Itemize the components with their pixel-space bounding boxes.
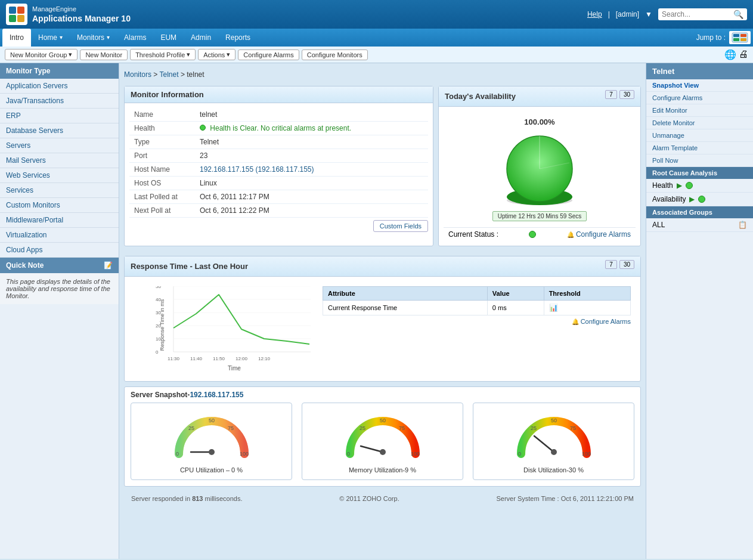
health-status-circle (686, 182, 693, 189)
sidebar-item-mail-servers[interactable]: Mail Servers (0, 153, 119, 168)
availability-arrow-icon[interactable]: ▶ (689, 195, 695, 203)
new-monitor-button[interactable]: New Monitor (80, 49, 128, 60)
search-button[interactable]: 🔍 (733, 10, 743, 19)
new-monitor-group-dropdown[interactable]: ▾ (69, 51, 72, 58)
custom-fields-button[interactable]: Custom Fields (373, 220, 428, 232)
home-dropdown-icon[interactable]: ▾ (60, 29, 63, 47)
poll-now-right-link[interactable]: Poll Now (646, 154, 753, 167)
nav-item-reports[interactable]: Reports (218, 29, 258, 47)
field-value-nextpoll: Oct 6, 2011 12:22 PM (195, 204, 428, 218)
threshold-profile-button[interactable]: Threshold Profile ▾ (130, 49, 196, 60)
svg-text:75: 75 (399, 425, 405, 431)
avail-btn-30[interactable]: 30 (619, 90, 634, 99)
field-label-hostos: Host OS (129, 177, 195, 190)
configure-alarms-link-row: 🔔 Configure Alarms (323, 318, 631, 325)
nav-item-eum[interactable]: EUM (153, 29, 184, 47)
threshold-icon[interactable]: 📊 (549, 304, 558, 312)
actions-dropdown[interactable]: ▾ (227, 51, 230, 58)
jump-to-icon[interactable] (729, 31, 751, 44)
quick-note-edit-icon[interactable]: 📝 (104, 261, 113, 270)
nav-bar: Intro Home ▾ Monitors ▾ Alarms EUM Admin… (0, 29, 753, 47)
jump-to: Jump to : (696, 31, 751, 44)
toolbar-icon-1[interactable]: 🌐 (724, 49, 736, 60)
svg-text:50: 50 (156, 286, 161, 289)
admin-dropdown-icon[interactable]: ▼ (645, 10, 652, 18)
response-btn-30[interactable]: 30 (619, 260, 634, 269)
configure-alarms-right-link[interactable]: Configure Alarms (646, 92, 753, 104)
sidebar-item-services[interactable]: Services (0, 183, 119, 198)
field-value-type: Telnet (195, 135, 428, 149)
sidebar-item-web-services[interactable]: Web Services (0, 168, 119, 183)
configure-alarms-response-link[interactable]: Configure Alarms (581, 318, 631, 325)
quick-note-body: This page displays the details of the av… (0, 273, 119, 304)
health-label: Health (652, 181, 673, 190)
svg-text:0: 0 (347, 451, 350, 457)
response-btn-7[interactable]: 7 (605, 260, 617, 269)
configure-alarms-toolbar-button[interactable]: Configure Alarms (238, 49, 299, 60)
monitor-info-header: Monitor Information (125, 86, 433, 103)
sidebar-item-erp[interactable]: ERP (0, 109, 119, 123)
cpu-needle-center (209, 449, 215, 455)
alarm-template-right-link[interactable]: Alarm Template (646, 142, 753, 154)
memory-gauge-svg: 0 25 50 75 100 (344, 409, 422, 460)
snapshot-host-link[interactable]: 192.168.117.155 (190, 391, 243, 399)
response-time-controls: 7 30 (605, 260, 634, 269)
search-input[interactable] (662, 10, 733, 18)
chart-area: Response Time in ms (129, 281, 636, 376)
pie-percent: 100.00% (524, 117, 554, 126)
svg-rect-0 (9, 7, 16, 14)
toolbar-icon-2[interactable]: 🖨 (739, 49, 748, 60)
server-snapshot-section: Server Snapshot-192.168.117.155 (124, 386, 641, 487)
actions-button[interactable]: Actions ▾ (198, 49, 235, 60)
availability-configure-alarms-link[interactable]: 🔔 Configure Alarms (567, 230, 631, 239)
admin-menu[interactable]: [admin] (616, 10, 639, 18)
availability-row: Availability ▶ (646, 193, 753, 206)
add-group-icon[interactable]: 📋 (738, 221, 747, 229)
attr-col-header: Attribute (323, 287, 488, 301)
y-axis-label: Response Time in ms (159, 299, 165, 351)
nav-item-monitors[interactable]: Monitors ▾ (70, 29, 117, 47)
gauges-row: 0 25 50 75 100 CPU Utilization – 0 % (125, 403, 640, 486)
sidebar-item-application-servers[interactable]: Application Servers (0, 79, 119, 94)
pie-chart-container: 100.00% (444, 112, 636, 227)
sidebar-item-cloud-apps[interactable]: Cloud Apps (0, 243, 119, 258)
sidebar-item-java-transactions[interactable]: Java/Transactions (0, 94, 119, 109)
associated-all-row: ALL 📋 (646, 218, 753, 232)
nav-item-admin[interactable]: Admin (184, 29, 218, 47)
field-label-port: Port (129, 149, 195, 163)
configure-monitors-button[interactable]: Configure Monitors (302, 49, 368, 60)
main-layout: Monitor Type Application Servers Java/Tr… (0, 63, 753, 559)
health-text: Health is Clear. No critical alarms at p… (210, 124, 351, 132)
snapshot-view-link[interactable]: Snapshot View (646, 79, 753, 92)
response-time-header-row: Response Time - Last One Hour 7 30 (131, 260, 634, 273)
sidebar-item-servers[interactable]: Servers (0, 138, 119, 153)
edit-monitor-right-link[interactable]: Edit Monitor (646, 104, 753, 117)
root-cause-header: Root Cause Analysis (646, 167, 753, 179)
field-value-health: Health is Clear. No critical alarms at p… (195, 122, 428, 135)
sidebar-item-middleware-portal[interactable]: Middleware/Portal (0, 213, 119, 228)
delete-monitor-right-link[interactable]: Delete Monitor (646, 117, 753, 129)
sidebar-item-custom-monitors[interactable]: Custom Monitors (0, 198, 119, 213)
breadcrumb-telnet-link[interactable]: Telnet (160, 70, 179, 79)
monitors-dropdown-icon[interactable]: ▾ (107, 29, 110, 47)
hostname-link[interactable]: 192.168.117.155 (192.168.117.155) (200, 165, 314, 174)
new-monitor-group-button[interactable]: New Monitor Group ▾ (5, 49, 78, 60)
threshold-dropdown[interactable]: ▾ (187, 51, 190, 58)
x-axis-label: Time (156, 365, 313, 372)
avail-btn-7[interactable]: 7 (605, 90, 617, 99)
help-link[interactable]: Help (587, 10, 602, 18)
nav-item-alarms[interactable]: Alarms (117, 29, 153, 47)
table-row: Port 23 (129, 149, 428, 163)
line-chart-svg: 0 10 20 30 40 50 11:30 11:40 (156, 286, 311, 364)
content-area: Monitors > Telnet > telnet Monitor Infor… (119, 63, 646, 559)
unmanage-right-link[interactable]: Unmanage (646, 129, 753, 142)
sidebar-item-database-servers[interactable]: Database Servers (0, 123, 119, 138)
nav-item-intro[interactable]: Intro (2, 29, 31, 47)
health-arrow-icon[interactable]: ▶ (677, 181, 682, 190)
sidebar-item-virtualization[interactable]: Virtualization (0, 228, 119, 243)
field-label-type: Type (129, 135, 195, 149)
nav-item-home[interactable]: Home ▾ (31, 29, 70, 47)
toolbar: New Monitor Group ▾ New Monitor Threshol… (0, 47, 753, 63)
memory-gauge-label: Memory Utilization-9 % (308, 466, 457, 474)
breadcrumb-monitors[interactable]: Monitors (124, 70, 151, 79)
